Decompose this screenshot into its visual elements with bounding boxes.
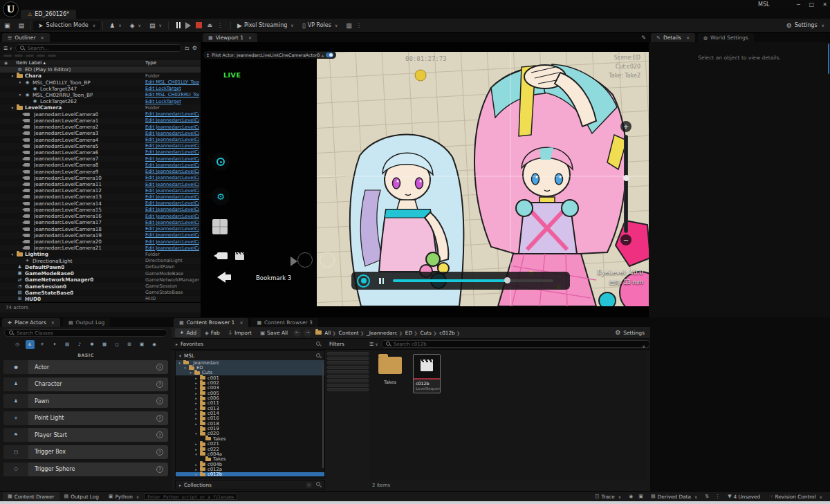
forward-button[interactable]: → — [304, 329, 311, 337]
prev-bookmark-arrow[interactable] — [217, 272, 232, 283]
tree-item[interactable]: ▸ c021 — [176, 442, 324, 447]
category-icon[interactable]: ◷ — [13, 340, 22, 349]
row-type[interactable]: GameStateBase — [145, 290, 199, 295]
table-row[interactable]: JeannedarcLevelCamera16 Edit JeannedarcL… — [0, 213, 201, 219]
zoom-in-button[interactable]: + — [620, 121, 631, 132]
row-type[interactable]: Edit LockTarget — [145, 99, 199, 104]
zoom-handle[interactable] — [623, 175, 629, 181]
selection-mode-dropdown[interactable]: ➤ Selection Mode — [33, 21, 100, 30]
tree-item[interactable]: ▸ c018 — [176, 421, 324, 426]
row-type[interactable]: Folder — [145, 252, 199, 257]
search-icon[interactable] — [316, 482, 321, 487]
breadcrumb-item[interactable]: Cuts — [420, 330, 431, 336]
table-row[interactable]: JeannedarcLevelCamera3 Edit JeannedarcLe… — [0, 130, 201, 136]
row-type[interactable]: Edit JeannedarcLevelCame — [145, 118, 199, 123]
table-row[interactable]: JeannedarcLevelCamera17 Edit JeannedarcL… — [0, 219, 201, 225]
table-row[interactable]: JeannedarcLevelCamera5 Edit JeannedarcLe… — [0, 143, 201, 149]
zoom-track[interactable] — [624, 135, 628, 233]
row-type[interactable]: Edit JeannedarcLevelCame — [145, 220, 199, 225]
category-icon[interactable]: ♟ — [26, 340, 35, 349]
expand-arrow[interactable]: ▸ — [194, 407, 198, 411]
stop-button[interactable] — [196, 22, 202, 28]
table-row[interactable]: JeannedarcLevelCamera11 Edit JeannedarcL… — [0, 181, 201, 187]
revision-control-dropdown[interactable]: ⑂ Revision Control — [765, 494, 827, 500]
expand-arrow[interactable]: ▾ — [179, 353, 181, 358]
tree-item[interactable]: Takes — [176, 457, 324, 462]
row-type[interactable]: GameModeBase — [145, 271, 199, 277]
table-row[interactable]: JeannedarcLevelCamera18 Edit JeannedarcL… — [0, 225, 201, 232]
visibility-column-icon[interactable]: ◉ — [4, 60, 8, 65]
search-dropdown-icon[interactable] — [641, 337, 645, 351]
row-type[interactable]: Edit JeannedarcLevelCame — [145, 214, 199, 219]
expand-arrow[interactable]: ▾ — [18, 93, 22, 97]
filter-chip[interactable] — [327, 352, 369, 355]
table-row[interactable]: JeannedarcLevelCamera6 Edit JeannedarcLe… — [0, 149, 201, 156]
pause-button[interactable] — [379, 278, 384, 284]
table-row[interactable]: JeannedarcLevelCamera21 Edit JeannedarcL… — [0, 245, 201, 251]
list-item[interactable]: ♟ Pawn ? — [3, 394, 168, 408]
asset-search[interactable] — [381, 340, 650, 348]
table-row[interactable]: JeannedarcLevelCamera15 Edit JeannedarcL… — [0, 207, 201, 213]
camera-icon[interactable] — [217, 252, 228, 259]
eject-button[interactable]: ⏏ — [207, 22, 212, 28]
target-icon[interactable]: ◉ — [629, 494, 633, 499]
table-row[interactable]: ◉ LockTarget247 Edit LockTarget — [0, 86, 201, 92]
row-type[interactable]: HUD — [145, 296, 199, 301]
new-folder-icon[interactable]: 🗀 — [185, 46, 190, 51]
content-drawer-button[interactable]: ▦ Content Drawer — [3, 492, 59, 501]
unsaved-button[interactable]: ▼ 4 Unsaved — [723, 494, 765, 500]
expand-arrow[interactable]: ▾ — [194, 431, 198, 436]
list-item[interactable]: ♟ Character ? — [3, 377, 168, 391]
table-row[interactable]: JeannedarcLevelCamera9 Edit JeannedarcLe… — [0, 169, 201, 175]
row-type[interactable]: Edit JeannedarcLevelCame — [145, 137, 199, 142]
row-type[interactable]: Edit JeannedarcLevelCame — [145, 232, 199, 238]
row-type[interactable]: Edit JeannedarcLevelCame — [145, 111, 199, 117]
fab-button[interactable]: ◈ Fab — [201, 330, 224, 336]
toolbar-kebab[interactable]: ⋮ — [356, 22, 362, 28]
tab-outliner[interactable]: ☰ Outliner ✕ — [2, 33, 50, 42]
filter-chip[interactable] — [26, 55, 34, 57]
outliner-search-input[interactable] — [28, 46, 177, 51]
tab-details[interactable]: ✎ Details ✕ — [651, 33, 695, 42]
tree-item[interactable]: ▸ c011 — [176, 401, 324, 406]
output-log-button[interactable]: ▤ Output Log — [59, 494, 104, 500]
list-item[interactable]: ▢ Trigger Box ? — [3, 445, 168, 459]
python-command-input[interactable] — [144, 493, 237, 500]
pilot-actor-bar[interactable]: ↥ Pilot Actor: JeannedarcLiveLinkCineCam… — [203, 51, 336, 59]
filter-chip[interactable] — [327, 384, 369, 387]
save-icon[interactable]: ▣ — [0, 22, 15, 29]
add-button[interactable]: ＋ Add — [175, 328, 201, 337]
filters-label[interactable]: Filters — [325, 341, 368, 347]
category-icon[interactable]: ✺ — [88, 340, 97, 349]
focus-target-button[interactable] — [212, 153, 230, 171]
tab-world-settings[interactable]: ◍ World Settings — [698, 33, 754, 42]
blueprints-icon[interactable]: ◈ — [126, 22, 145, 29]
breadcrumb-item[interactable]: Content — [339, 330, 359, 336]
add-collection-icon[interactable]: ＋ — [306, 482, 312, 488]
table-row[interactable]: JeannedarcLevelCamera12 Edit JeannedarcL… — [0, 187, 201, 194]
add-actor-icon[interactable]: ♟ — [105, 22, 125, 29]
favorites-header[interactable]: ▸ Favorites — [172, 341, 325, 347]
close-icon[interactable]: ✕ — [51, 320, 55, 325]
table-row[interactable]: ▾ ◉ MSL_CH02RRU_Toon_BP Edit MSL_CH02RRU… — [0, 92, 201, 98]
breadcrumb-item[interactable]: ED — [405, 330, 412, 336]
close-icon[interactable]: ✕ — [686, 35, 690, 40]
tree-item[interactable]: ▸ c012b — [176, 472, 324, 476]
category-icon[interactable]: ♪ — [75, 340, 84, 349]
tree-item[interactable]: ▸ c012a — [176, 467, 324, 472]
table-row[interactable]: JeannedarcLevelCamera8 Edit JeannedarcLe… — [0, 162, 201, 168]
list-item[interactable]: ○ Trigger Sphere ? — [3, 463, 168, 476]
search-icon[interactable] — [316, 353, 321, 359]
outliner-filter-icon[interactable]: ☰ — [3, 46, 12, 51]
expand-arrow[interactable]: ▾ — [183, 366, 187, 370]
status-kebab[interactable]: ⋮ — [714, 494, 720, 500]
cinematics-icon[interactable]: ▤ — [145, 22, 166, 29]
minimize-button[interactable]: − — [796, 0, 801, 9]
tree-item[interactable]: ▸ c003 — [176, 386, 324, 391]
breadcrumb-item[interactable]: c012b — [439, 330, 455, 336]
save-all-button[interactable]: ▣ Save All — [256, 330, 292, 336]
list-item[interactable]: ⚑ Player Start ? — [3, 428, 168, 442]
collapse-arrow-icon[interactable]: ▴ — [322, 53, 324, 57]
expand-arrow[interactable]: ▸ — [194, 391, 198, 395]
table-row[interactable]: JeannedarcLevelCamera20 Edit JeannedarcL… — [0, 239, 201, 245]
